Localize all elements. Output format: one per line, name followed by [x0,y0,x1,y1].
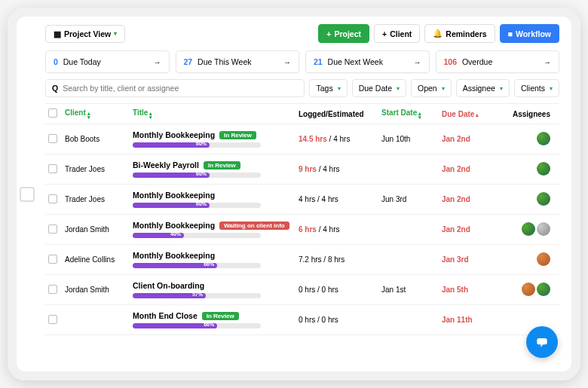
sort-icon: ▴▾ [418,112,421,119]
col-header-due[interactable]: Due Date▴ [442,110,502,118]
summary-label: Due Today [63,57,101,66]
filter-clients[interactable]: Clients▾ [514,79,559,97]
cell-due-date: Jan 2nd [442,165,502,173]
progress-bar: 66% [133,263,261,268]
cell-start-date: Jan 1st [381,286,442,294]
grid-icon: ▦ [54,29,61,38]
summary-count: 27 [184,57,193,66]
cell-due-date: Jan 2nd [442,135,502,143]
cell-title: Bi-Weekly Payroll [133,160,199,170]
col-header-assignees: Assignees [502,110,556,118]
avatar [522,222,535,236]
row-checkbox[interactable] [48,285,57,294]
row-checkbox[interactable] [48,225,57,234]
col-header-logged: Logged/Estimated [299,110,381,118]
filter-tags[interactable]: Tags▾ [309,79,347,97]
cell-assignees [502,132,556,147]
row-checkbox[interactable] [48,194,57,203]
cell-title: Monthly Bookkeeping [133,191,215,200]
progress-percent: 60% [196,141,207,146]
workflow-button[interactable]: ■ Workflow [500,24,559,43]
filter-due-date[interactable]: Due Date▾ [352,79,406,97]
table-row[interactable]: Trader Joes Monthly Bookkeeping 60% 4 hr… [45,185,559,215]
table-row[interactable]: Trader Joes Bi-Weekly PayrollIn Review 6… [45,154,559,185]
row-checkbox[interactable] [48,134,57,143]
arrow-right-icon: → [154,58,161,66]
cell-due-date: Jan 2nd [442,195,502,203]
bell-icon: 🔔 [433,29,443,38]
chat-fab[interactable] [526,326,558,358]
cell-logged: 7.2 hrs / 8 hrs [299,255,381,264]
cell-client: Jordan Smith [65,225,133,234]
cell-assignees [502,162,556,177]
row-checkbox[interactable] [48,164,57,173]
avatar [537,283,550,296]
col-header-start[interactable]: Start Date▴▾ [381,108,442,119]
avatar [537,252,550,266]
cell-client: Jordan Smith [65,286,133,294]
table-row[interactable]: Adeline Collins Monthly Bookkeeping 66% … [45,245,559,275]
cell-logged: 6 hrs / 4 hrs [299,225,381,234]
project-view-dropdown[interactable]: ▦ Project View ▾ [45,25,125,43]
arrow-right-icon: → [414,58,421,66]
search-input[interactable] [63,84,298,93]
summary-label: Due This Week [198,57,251,66]
cell-start-date: Jun 3rd [381,195,442,203]
filter-assignee[interactable]: Assignee▾ [456,79,510,97]
chat-icon [534,335,550,350]
plus-icon: + [326,29,331,38]
filter-open[interactable]: Open▾ [411,79,452,97]
cell-title: Month End Close [133,311,198,320]
cell-logged: 4 hrs / 4 hrs [299,195,381,203]
camera-icon: ■ [508,29,513,38]
sort-icon: ▴▾ [87,112,90,119]
avatar [537,192,550,206]
svg-rect-0 [537,338,547,344]
cell-due-date: Jan 5th [442,286,502,294]
table-row[interactable]: Jordan Smith Monthly BookkeepingWaiting … [45,215,559,245]
progress-percent: 57% [192,292,203,297]
add-client-button[interactable]: + Client [374,24,420,43]
cell-logged: 14.5 hrs / 4 hrs [299,135,381,143]
row-checkbox[interactable] [48,315,57,324]
avatar [522,283,535,296]
sort-asc-icon: ▴ [476,113,479,117]
col-header-title[interactable]: Title▴▾ [133,108,299,119]
view-label: Project View [64,29,111,38]
cell-logged: 9 hrs / 4 hrs [299,165,381,173]
col-header-client[interactable]: Client▴▾ [65,108,133,119]
progress-bar: 40% [133,233,261,238]
cell-client: Bob Boots [65,135,133,143]
summary-card[interactable]: 27 Due This Week→ [176,50,300,73]
chevron-down-icon: ▾ [114,30,117,37]
cell-due-date: Jan 2nd [442,225,502,234]
arrow-right-icon: → [544,58,551,66]
select-all-checkbox[interactable] [48,108,57,118]
progress-bar: 60% [133,142,261,148]
summary-card[interactable]: 0 Due Today→ [45,50,170,73]
cell-client: Trader Joes [65,165,133,173]
search-box[interactable]: Q [45,79,305,97]
search-icon: Q [52,84,58,93]
cell-start-date: Jun 10th [381,135,442,143]
chevron-down-icon: ▾ [550,85,553,92]
row-checkbox[interactable] [48,255,57,264]
cell-assignees [502,283,556,298]
table-row[interactable]: Bob Boots Monthly BookkeepingIn Review 6… [45,124,559,154]
summary-card[interactable]: 106 Overdue→ [436,50,560,73]
table-row[interactable]: Month End CloseIn Review 66% 0 hrs / 0 h… [45,305,559,335]
table-row[interactable]: Jordan Smith Client On-boarding 57% 0 hr… [45,275,559,305]
reminders-button[interactable]: 🔔 Reminders [424,24,495,43]
avatar [537,162,550,176]
cell-due-date: Jan 11th [442,316,502,324]
cell-title: Monthly Bookkeeping [133,221,215,230]
cell-title: Monthly Bookkeeping [133,130,215,139]
progress-percent: 66% [204,261,214,267]
add-project-button[interactable]: + Project [318,24,369,43]
cell-assignees [502,192,556,207]
chevron-down-icon: ▾ [397,85,400,92]
summary-card[interactable]: 21 Due Next Week→ [305,50,430,73]
progress-bar: 60% [133,203,261,208]
avatar [537,222,550,236]
summary-count: 21 [314,57,323,66]
